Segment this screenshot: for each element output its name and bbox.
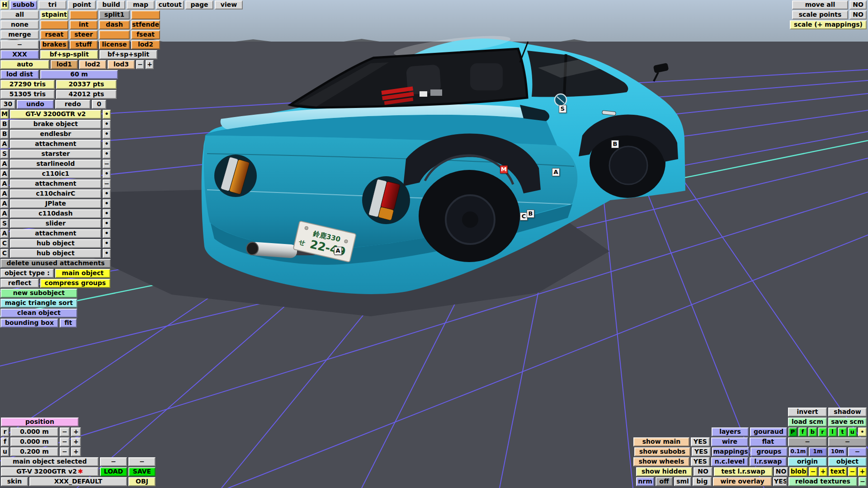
object-item[interactable]: starster <box>10 150 101 159</box>
btn-reflect[interactable]: reflect <box>0 279 39 288</box>
lod-minus-button[interactable]: − <box>136 60 144 69</box>
tab-map[interactable]: map <box>127 0 155 9</box>
nrm-big-button[interactable]: big <box>693 477 712 486</box>
btn-lod2-group[interactable]: lod2 <box>131 40 160 49</box>
btn-l-r-swap[interactable]: l.r.swap <box>750 457 787 466</box>
tab-view[interactable]: view <box>215 0 243 9</box>
visibility-marker[interactable]: • <box>103 140 111 149</box>
blob-plus-button[interactable]: + <box>819 467 827 476</box>
btn-int[interactable]: int <box>70 20 98 29</box>
show-hidden-toggle[interactable]: NO <box>693 467 712 476</box>
show-wheels-button[interactable]: show wheels <box>633 457 689 466</box>
objtag-c[interactable]: C <box>0 249 9 258</box>
objtag-a[interactable]: A <box>0 169 9 178</box>
tab-page[interactable]: page <box>185 0 213 9</box>
r-minus-button[interactable]: − <box>60 427 70 436</box>
objtag-a[interactable]: A <box>0 160 9 169</box>
blob-minus-button[interactable]: − <box>809 467 817 476</box>
tab-h[interactable]: H <box>0 0 9 9</box>
show-subobs-toggle[interactable]: YES <box>692 447 711 456</box>
objtag-b[interactable]: B <box>0 130 9 139</box>
btn-stpaint[interactable]: stpaint <box>40 10 68 19</box>
selection-minus-button[interactable]: − <box>128 457 156 466</box>
layer-b-toggle[interactable]: b <box>808 427 817 436</box>
object-item[interactable]: hub object <box>10 249 101 258</box>
tab-point[interactable]: point <box>68 0 96 9</box>
object-badge-s[interactable]: S <box>559 105 566 113</box>
btn-origin[interactable]: origin <box>788 457 827 466</box>
layer-p-toggle[interactable]: P <box>788 427 797 436</box>
btn-stfende[interactable]: stfende <box>131 20 160 29</box>
scale-mappings-button[interactable]: scale (+ mappings) <box>790 20 867 29</box>
object-badge-m[interactable]: M <box>500 165 508 174</box>
nrm-off-button[interactable]: off <box>656 477 673 486</box>
grid-1m-button[interactable]: 1m <box>809 447 827 456</box>
blank-orange-button[interactable] <box>70 10 98 19</box>
save-scm-button[interactable]: save scm <box>828 418 867 427</box>
btn-object[interactable]: object <box>828 457 867 466</box>
btn-flat[interactable]: flat <box>750 437 787 446</box>
tab-build[interactable]: build <box>97 0 125 9</box>
objtag-a[interactable]: A <box>0 140 9 149</box>
scale-points-toggle[interactable]: NO <box>849 10 867 19</box>
objtag-m[interactable]: M <box>0 110 9 119</box>
object-item[interactable]: endlesbr <box>10 130 101 139</box>
btn-new-subobject[interactable]: new subobject <box>0 289 77 298</box>
minus-button[interactable]: − <box>0 40 39 49</box>
text-plus-button[interactable]: + <box>858 467 867 476</box>
btn-wire-overlay[interactable]: wire overlay <box>713 477 772 486</box>
btn-fseat[interactable]: fseat <box>131 30 160 39</box>
layer-f-toggle[interactable]: f <box>798 427 807 436</box>
select-all-button[interactable]: all <box>0 10 39 19</box>
visibility-marker[interactable]: • <box>103 110 111 119</box>
current-object-name[interactable]: GT-V 3200GTR v2✱ <box>1 467 99 476</box>
obj-export-button[interactable]: OBJ <box>128 477 156 486</box>
position-u-value[interactable]: 0.200 m <box>10 447 58 456</box>
show-subobs-button[interactable]: show subobs <box>634 447 690 456</box>
delete-unused-attachments-button[interactable]: delete unused attachments <box>0 259 111 268</box>
btn-lod2[interactable]: lod2 <box>79 60 106 69</box>
skin-label[interactable]: skin <box>1 477 28 486</box>
object-type-value[interactable]: main object <box>55 269 110 278</box>
redo-button[interactable]: redo <box>55 100 90 109</box>
layer-t-toggle[interactable]: t <box>838 427 847 436</box>
object-item[interactable]: JPlate <box>10 199 101 208</box>
btn-test-l-r-swap[interactable]: test l.r.swap <box>714 467 773 476</box>
object-badge-b[interactable]: B <box>527 210 534 218</box>
wire-overlay-toggle[interactable]: YES <box>773 477 787 486</box>
objtag-a[interactable]: A <box>0 179 9 188</box>
btn-n-c-level[interactable]: n.c.level <box>711 457 748 466</box>
u-plus-button[interactable]: + <box>71 447 81 456</box>
visibility-marker[interactable]: • <box>103 189 111 198</box>
minus-button[interactable]: − <box>788 437 827 446</box>
btn-lod3[interactable]: lod3 <box>108 60 135 69</box>
objtag-c[interactable]: C <box>0 239 9 248</box>
btn-lod-dist[interactable]: lod dist <box>0 70 39 79</box>
visibility-marker[interactable]: • <box>103 219 111 228</box>
blank-orange-button[interactable] <box>131 10 160 19</box>
grid-minus-button[interactable]: − <box>848 447 867 456</box>
test-lrswap-toggle[interactable]: NO <box>774 467 788 476</box>
blank-orange-button[interactable] <box>40 20 68 29</box>
btn-clean-object[interactable]: clean object <box>0 309 77 318</box>
btn-mappings[interactable]: mappings <box>712 447 749 456</box>
select-none-button[interactable]: none <box>0 20 39 29</box>
object-item[interactable]: c110dash <box>10 209 101 218</box>
object-item[interactable]: c110chairC <box>10 189 101 198</box>
r-plus-button[interactable]: + <box>71 427 81 436</box>
tab-subob[interactable]: subob <box>10 0 37 9</box>
btn-compress-groups[interactable]: compress groups <box>40 279 110 288</box>
object-badge-a[interactable]: A <box>334 247 342 255</box>
btn-layers[interactable]: layers <box>712 427 749 436</box>
visibility-marker[interactable]: • <box>103 249 111 258</box>
reload-minus-button[interactable]: − <box>859 477 867 486</box>
visibility-marker[interactable]: − <box>103 160 111 169</box>
nrm-sml-button[interactable]: sml <box>674 477 691 486</box>
position-f-value[interactable]: 0.000 m <box>10 437 58 446</box>
btn-split1[interactable]: split1 <box>99 10 130 19</box>
show-main-button[interactable]: show main <box>633 437 689 446</box>
btn-rseat[interactable]: rseat <box>40 30 68 39</box>
layer-u-toggle[interactable]: u <box>848 427 857 436</box>
layer-r-toggle[interactable]: r <box>818 427 827 436</box>
object-item[interactable]: GT-V 3200GTR v2 <box>10 110 101 119</box>
